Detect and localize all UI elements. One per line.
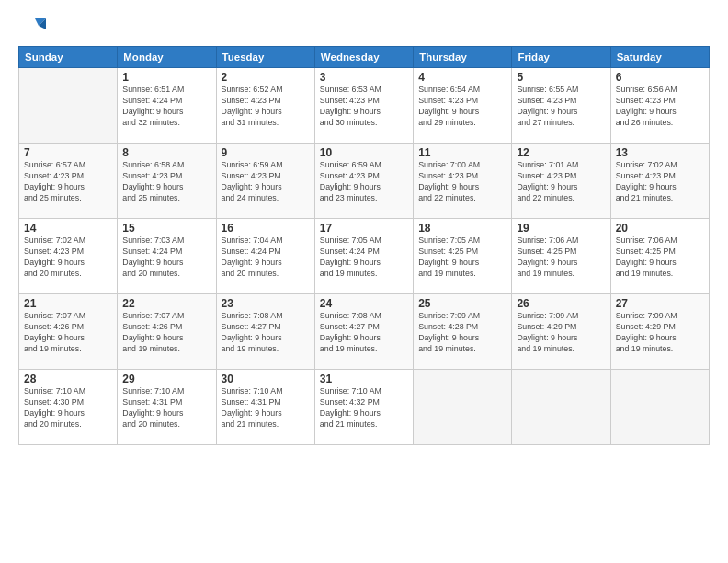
- day-number: 10: [320, 146, 408, 159]
- calendar-day-header: Monday: [118, 47, 216, 68]
- day-info: Sunrise: 7:09 AM Sunset: 4:28 PM Dayligh…: [418, 311, 506, 355]
- logo: [18, 15, 50, 37]
- header: [18, 15, 710, 37]
- calendar-cell: 5Sunrise: 6:55 AM Sunset: 4:23 PM Daylig…: [512, 68, 610, 144]
- calendar-cell: [610, 370, 709, 445]
- day-info: Sunrise: 6:59 AM Sunset: 4:23 PM Dayligh…: [222, 160, 310, 204]
- calendar-week-row: 7Sunrise: 6:57 AM Sunset: 4:23 PM Daylig…: [19, 144, 710, 219]
- calendar-cell: 16Sunrise: 7:04 AM Sunset: 4:24 PM Dayli…: [216, 219, 314, 294]
- day-info: Sunrise: 6:59 AM Sunset: 4:23 PM Dayligh…: [320, 160, 408, 204]
- calendar-week-row: 1Sunrise: 6:51 AM Sunset: 4:24 PM Daylig…: [19, 68, 710, 144]
- calendar-cell: [414, 370, 512, 445]
- logo-icon: [18, 15, 46, 37]
- day-number: 2: [222, 71, 310, 84]
- day-info: Sunrise: 6:51 AM Sunset: 4:24 PM Dayligh…: [122, 85, 210, 129]
- calendar-cell: 31Sunrise: 7:10 AM Sunset: 4:32 PM Dayli…: [314, 370, 413, 445]
- calendar-cell: 15Sunrise: 7:03 AM Sunset: 4:24 PM Dayli…: [118, 219, 216, 294]
- calendar-day-header: Wednesday: [314, 47, 413, 68]
- calendar-cell: 10Sunrise: 6:59 AM Sunset: 4:23 PM Dayli…: [314, 144, 413, 219]
- calendar-cell: 13Sunrise: 7:02 AM Sunset: 4:23 PM Dayli…: [610, 144, 709, 219]
- day-number: 11: [418, 146, 506, 159]
- calendar-table: SundayMondayTuesdayWednesdayThursdayFrid…: [18, 46, 710, 445]
- day-info: Sunrise: 7:10 AM Sunset: 4:31 PM Dayligh…: [122, 386, 210, 431]
- day-number: 19: [517, 222, 605, 235]
- day-info: Sunrise: 7:05 AM Sunset: 4:25 PM Dayligh…: [418, 236, 506, 280]
- day-info: Sunrise: 6:57 AM Sunset: 4:23 PM Dayligh…: [24, 160, 112, 204]
- day-info: Sunrise: 7:02 AM Sunset: 4:23 PM Dayligh…: [24, 236, 112, 280]
- calendar-cell: 8Sunrise: 6:58 AM Sunset: 4:23 PM Daylig…: [118, 144, 216, 219]
- calendar-cell: 3Sunrise: 6:53 AM Sunset: 4:23 PM Daylig…: [314, 68, 413, 144]
- day-info: Sunrise: 7:04 AM Sunset: 4:24 PM Dayligh…: [222, 236, 310, 280]
- day-number: 18: [418, 222, 506, 235]
- day-number: 5: [517, 71, 605, 84]
- day-number: 6: [616, 71, 704, 84]
- day-number: 3: [320, 71, 408, 84]
- day-info: Sunrise: 7:02 AM Sunset: 4:23 PM Dayligh…: [616, 160, 704, 204]
- calendar-cell: 19Sunrise: 7:06 AM Sunset: 4:25 PM Dayli…: [512, 219, 610, 294]
- calendar-day-header: Tuesday: [216, 47, 314, 68]
- day-number: 12: [517, 146, 605, 159]
- calendar-cell: 26Sunrise: 7:09 AM Sunset: 4:29 PM Dayli…: [512, 294, 610, 370]
- day-info: Sunrise: 7:05 AM Sunset: 4:24 PM Dayligh…: [320, 236, 408, 280]
- day-number: 26: [517, 297, 605, 310]
- calendar-week-row: 21Sunrise: 7:07 AM Sunset: 4:26 PM Dayli…: [19, 294, 710, 370]
- calendar-cell: 29Sunrise: 7:10 AM Sunset: 4:31 PM Dayli…: [118, 370, 216, 445]
- day-number: 1: [122, 71, 210, 84]
- day-number: 9: [222, 146, 310, 159]
- calendar-day-header: Sunday: [19, 47, 118, 68]
- calendar-cell: 24Sunrise: 7:08 AM Sunset: 4:27 PM Dayli…: [314, 294, 413, 370]
- day-info: Sunrise: 7:06 AM Sunset: 4:25 PM Dayligh…: [517, 236, 605, 280]
- day-number: 22: [122, 297, 210, 310]
- day-number: 25: [418, 297, 506, 310]
- day-number: 30: [222, 373, 310, 385]
- day-info: Sunrise: 6:58 AM Sunset: 4:23 PM Dayligh…: [122, 160, 210, 204]
- calendar-day-header: Thursday: [414, 47, 512, 68]
- calendar-cell: 28Sunrise: 7:10 AM Sunset: 4:30 PM Dayli…: [19, 370, 118, 445]
- calendar-cell: 18Sunrise: 7:05 AM Sunset: 4:25 PM Dayli…: [414, 219, 512, 294]
- day-number: 8: [122, 146, 210, 159]
- calendar-cell: 1Sunrise: 6:51 AM Sunset: 4:24 PM Daylig…: [118, 68, 216, 144]
- day-number: 28: [24, 373, 112, 385]
- calendar-cell: 4Sunrise: 6:54 AM Sunset: 4:23 PM Daylig…: [414, 68, 512, 144]
- day-info: Sunrise: 7:08 AM Sunset: 4:27 PM Dayligh…: [222, 311, 310, 355]
- day-number: 4: [418, 71, 506, 84]
- day-info: Sunrise: 6:53 AM Sunset: 4:23 PM Dayligh…: [320, 85, 408, 129]
- calendar-cell: 25Sunrise: 7:09 AM Sunset: 4:28 PM Dayli…: [414, 294, 512, 370]
- calendar-cell: 7Sunrise: 6:57 AM Sunset: 4:23 PM Daylig…: [19, 144, 118, 219]
- calendar-cell: [512, 370, 610, 445]
- day-info: Sunrise: 7:01 AM Sunset: 4:23 PM Dayligh…: [517, 160, 605, 204]
- day-info: Sunrise: 6:55 AM Sunset: 4:23 PM Dayligh…: [517, 85, 605, 129]
- day-info: Sunrise: 7:10 AM Sunset: 4:31 PM Dayligh…: [222, 386, 310, 431]
- day-number: 16: [222, 222, 310, 235]
- calendar-cell: 9Sunrise: 6:59 AM Sunset: 4:23 PM Daylig…: [216, 144, 314, 219]
- day-info: Sunrise: 6:54 AM Sunset: 4:23 PM Dayligh…: [418, 85, 506, 129]
- day-number: 15: [122, 222, 210, 235]
- day-number: 20: [616, 222, 704, 235]
- day-number: 24: [320, 297, 408, 310]
- page: SundayMondayTuesdayWednesdayThursdayFrid…: [0, 0, 728, 563]
- calendar-cell: 27Sunrise: 7:09 AM Sunset: 4:29 PM Dayli…: [610, 294, 709, 370]
- calendar-cell: 2Sunrise: 6:52 AM Sunset: 4:23 PM Daylig…: [216, 68, 314, 144]
- day-info: Sunrise: 6:52 AM Sunset: 4:23 PM Dayligh…: [222, 85, 310, 129]
- calendar-cell: [19, 68, 118, 144]
- day-number: 31: [320, 373, 408, 385]
- day-number: 21: [24, 297, 112, 310]
- day-info: Sunrise: 7:03 AM Sunset: 4:24 PM Dayligh…: [122, 236, 210, 280]
- day-number: 14: [24, 222, 112, 235]
- calendar-cell: 23Sunrise: 7:08 AM Sunset: 4:27 PM Dayli…: [216, 294, 314, 370]
- calendar-cell: 6Sunrise: 6:56 AM Sunset: 4:23 PM Daylig…: [610, 68, 709, 144]
- calendar-week-row: 14Sunrise: 7:02 AM Sunset: 4:23 PM Dayli…: [19, 219, 710, 294]
- day-info: Sunrise: 7:07 AM Sunset: 4:26 PM Dayligh…: [122, 311, 210, 355]
- day-info: Sunrise: 6:56 AM Sunset: 4:23 PM Dayligh…: [616, 85, 704, 129]
- day-info: Sunrise: 7:10 AM Sunset: 4:30 PM Dayligh…: [24, 386, 112, 431]
- day-number: 13: [616, 146, 704, 159]
- day-number: 27: [616, 297, 704, 310]
- calendar-cell: 17Sunrise: 7:05 AM Sunset: 4:24 PM Dayli…: [314, 219, 413, 294]
- day-number: 17: [320, 222, 408, 235]
- day-number: 7: [24, 146, 112, 159]
- day-info: Sunrise: 7:06 AM Sunset: 4:25 PM Dayligh…: [616, 236, 704, 280]
- day-info: Sunrise: 7:07 AM Sunset: 4:26 PM Dayligh…: [24, 311, 112, 355]
- calendar-cell: 11Sunrise: 7:00 AM Sunset: 4:23 PM Dayli…: [414, 144, 512, 219]
- calendar-cell: 14Sunrise: 7:02 AM Sunset: 4:23 PM Dayli…: [19, 219, 118, 294]
- day-info: Sunrise: 7:09 AM Sunset: 4:29 PM Dayligh…: [517, 311, 605, 355]
